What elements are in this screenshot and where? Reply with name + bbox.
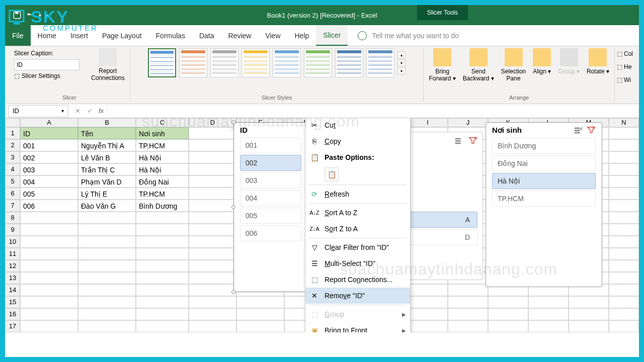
cell[interactable] xyxy=(448,320,488,332)
cell[interactable] xyxy=(189,224,236,236)
cell[interactable] xyxy=(488,320,528,332)
col-header-I[interactable]: I xyxy=(408,118,448,127)
slicer-styles-gallery[interactable]: ▴▾▾ xyxy=(148,48,406,77)
cell[interactable] xyxy=(448,308,488,320)
gallery-up[interactable]: ▴ xyxy=(397,51,406,58)
cell[interactable] xyxy=(78,248,136,260)
cell[interactable]: Đồng Nai xyxy=(136,175,189,188)
row-header[interactable]: 1 xyxy=(5,127,20,139)
cell[interactable] xyxy=(609,151,639,163)
cell[interactable] xyxy=(136,212,189,224)
customize-dropdown[interactable]: ▾ xyxy=(45,13,48,18)
cell[interactable] xyxy=(136,272,189,284)
cm-sort-za[interactable]: Z↓A Sort Z to A xyxy=(305,221,410,237)
tab-slicer[interactable]: Slicer xyxy=(316,25,348,46)
slicer-item[interactable]: Đồng Nai xyxy=(492,155,596,171)
cell[interactable] xyxy=(189,127,236,139)
row-header[interactable]: 7 xyxy=(5,200,20,212)
cell[interactable] xyxy=(78,236,136,248)
row-header[interactable]: 12 xyxy=(5,260,20,272)
cell[interactable] xyxy=(609,212,639,224)
cell[interactable] xyxy=(189,284,236,296)
cell[interactable]: Hà Nội xyxy=(136,151,189,163)
slicer-item[interactable]: TP.HCM xyxy=(492,191,596,207)
slicer-id[interactable]: ID 001002003004005006 xyxy=(233,122,308,292)
cell[interactable] xyxy=(488,308,528,320)
cell[interactable] xyxy=(569,320,609,332)
row-header[interactable]: 13 xyxy=(5,272,20,284)
size-he[interactable]: ⬚ He xyxy=(617,63,633,70)
cell[interactable]: 004 xyxy=(20,175,78,188)
cell[interactable]: 003 xyxy=(20,163,78,175)
cell[interactable] xyxy=(20,272,78,284)
cm-multi-select[interactable]: ☰ Multi-Select "ID" xyxy=(305,255,410,272)
cell[interactable] xyxy=(136,308,189,320)
cell[interactable]: 001 xyxy=(20,139,78,151)
tab-review[interactable]: Review xyxy=(221,25,259,46)
cell[interactable] xyxy=(20,212,78,224)
row-header[interactable]: 11 xyxy=(5,248,20,260)
enter-icon[interactable]: ✓ xyxy=(84,107,96,115)
name-box[interactable]: ID▾ xyxy=(8,105,68,117)
slicer-style-2[interactable] xyxy=(210,48,238,77)
slicer-item[interactable]: 002 xyxy=(240,155,301,171)
cell[interactable] xyxy=(189,296,236,308)
cell[interactable] xyxy=(20,296,78,308)
col-header-B[interactable]: B xyxy=(78,118,136,127)
cell[interactable] xyxy=(78,224,136,236)
cell[interactable] xyxy=(20,260,78,272)
slicer-style-0[interactable] xyxy=(148,48,176,77)
cell[interactable]: Trần Thị C xyxy=(78,163,136,175)
size-wi[interactable]: ⬚ Wi xyxy=(617,76,633,83)
cell[interactable]: Tên xyxy=(78,127,136,139)
row-header[interactable]: 17 xyxy=(5,320,20,332)
cancel-icon[interactable]: ✕ xyxy=(71,107,84,115)
cell[interactable] xyxy=(609,127,639,139)
slicer-style-4[interactable] xyxy=(273,48,301,77)
clear-filter-icon[interactable] xyxy=(468,136,477,145)
cell[interactable]: Phạm Văn D xyxy=(78,175,136,188)
col-header-N[interactable]: N xyxy=(609,118,639,127)
cell[interactable] xyxy=(528,296,569,308)
tab-formulas[interactable]: Formulas xyxy=(149,25,192,46)
cell[interactable] xyxy=(78,320,136,332)
cm-remove[interactable]: ✕ Remove "ID" xyxy=(305,288,410,304)
cell[interactable] xyxy=(609,163,639,175)
arrange-selection[interactable]: Selection Pane xyxy=(501,48,526,82)
cell[interactable] xyxy=(189,248,236,260)
cell[interactable] xyxy=(528,308,569,320)
cell[interactable] xyxy=(236,320,284,332)
slicer-style-3[interactable] xyxy=(242,48,270,77)
cell[interactable] xyxy=(408,320,448,332)
slicer-item[interactable]: Bình Dương xyxy=(492,138,596,154)
cell[interactable] xyxy=(136,284,189,296)
arrange-rotate[interactable]: Rotate ▾ xyxy=(587,48,609,75)
cm-bring-to-front[interactable]: ▣ Bring to Front ▶ xyxy=(305,322,410,332)
slicer-style-5[interactable] xyxy=(304,48,332,77)
cm-copy[interactable]: ⎘ Copy xyxy=(305,133,410,149)
cell[interactable] xyxy=(136,260,189,272)
gallery-down[interactable]: ▾ xyxy=(397,59,406,66)
col-header-C[interactable]: C xyxy=(136,118,189,127)
slicer-tools-tab[interactable]: Slicer Tools xyxy=(417,5,468,20)
cell[interactable] xyxy=(78,212,136,224)
cell[interactable]: Lý Thị E xyxy=(78,188,136,200)
row-header[interactable]: 4 xyxy=(5,163,20,175)
row-header[interactable]: 16 xyxy=(5,308,20,320)
cell[interactable] xyxy=(609,188,639,200)
cell[interactable] xyxy=(609,260,639,272)
cell[interactable]: Lê Văn B xyxy=(78,151,136,163)
clear-filter-icon[interactable] xyxy=(587,126,596,135)
cell[interactable] xyxy=(569,308,609,320)
cell[interactable] xyxy=(609,320,639,332)
cell[interactable]: Hà Nội xyxy=(136,163,189,175)
cell[interactable] xyxy=(136,236,189,248)
row-header[interactable]: 6 xyxy=(5,188,20,200)
cell[interactable] xyxy=(609,272,639,284)
cell[interactable] xyxy=(189,175,236,188)
cell[interactable] xyxy=(569,296,609,308)
tab-insert[interactable]: Insert xyxy=(63,25,95,46)
tab-data[interactable]: Data xyxy=(192,25,221,46)
cell[interactable] xyxy=(78,308,136,320)
cell[interactable] xyxy=(20,236,78,248)
